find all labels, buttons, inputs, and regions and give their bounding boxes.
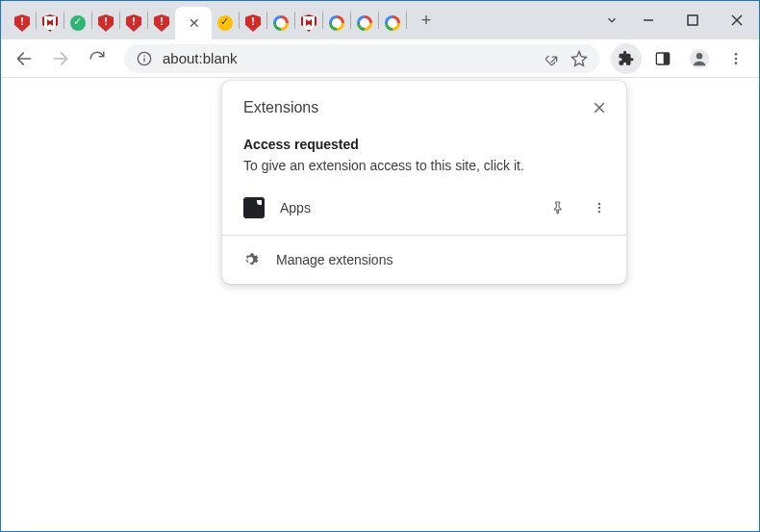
extension-name: Apps: [280, 200, 528, 215]
site-info-button[interactable]: [136, 50, 153, 67]
svg-point-13: [735, 62, 738, 64]
tab-4[interactable]: [92, 10, 119, 37]
chevron-down-icon: [605, 13, 619, 27]
shield-icon: [154, 14, 169, 32]
google-icon: [273, 15, 289, 31]
kebab-icon: [728, 51, 744, 66]
maximize-icon: [687, 14, 698, 26]
address-bar[interactable]: about:blank: [124, 44, 599, 73]
close-tab-icon[interactable]: ✕: [189, 15, 200, 31]
toolbar: about:blank: [1, 39, 759, 78]
close-icon: [593, 101, 606, 114]
svg-point-11: [735, 53, 738, 56]
window-controls: [597, 1, 759, 39]
forward-button[interactable]: [45, 43, 76, 74]
svg-rect-8: [664, 53, 670, 64]
svg-point-16: [598, 203, 600, 205]
svg-rect-1: [688, 15, 697, 25]
tab-8[interactable]: [212, 10, 239, 37]
maximize-button[interactable]: [671, 1, 715, 39]
page-content: Extensions Access requested To give an e…: [1, 78, 759, 531]
pin-icon: [549, 200, 565, 215]
menu-button[interactable]: [721, 43, 751, 74]
popup-section-title: Access requested: [222, 131, 626, 156]
star-icon: [570, 50, 588, 67]
google-icon: [329, 15, 344, 31]
tab-3[interactable]: [64, 10, 91, 37]
google-icon: [385, 15, 400, 31]
new-tab-button[interactable]: +: [413, 7, 440, 34]
tab-2[interactable]: [37, 10, 63, 37]
svg-point-12: [735, 57, 738, 60]
divider: [222, 235, 626, 236]
gear-icon: [243, 251, 261, 268]
minimize-icon: [643, 14, 654, 26]
back-button[interactable]: [9, 43, 39, 74]
shield-icon: [126, 14, 141, 32]
arrow-right-icon: [51, 49, 70, 68]
tab-9[interactable]: [240, 10, 266, 37]
share-icon: [545, 51, 560, 66]
svg-point-6: [143, 55, 145, 57]
tab-14[interactable]: [379, 10, 406, 37]
extensions-button[interactable]: [611, 43, 642, 74]
kebab-icon: [593, 201, 606, 215]
extension-row-apps[interactable]: Apps: [222, 185, 626, 231]
popup-close-button[interactable]: [586, 94, 613, 121]
apps-extension-icon: [243, 197, 265, 218]
manage-extensions-row[interactable]: Manage extensions: [222, 240, 626, 280]
arrow-left-icon: [14, 49, 34, 68]
popup-description: To give an extension access to this site…: [222, 156, 626, 185]
tab-6[interactable]: [148, 10, 175, 37]
info-icon: [137, 51, 152, 66]
mcafee-icon: [42, 14, 58, 32]
profile-button[interactable]: [684, 43, 715, 74]
share-button[interactable]: [544, 50, 561, 67]
popup-header: Extensions: [222, 81, 626, 131]
tab-12[interactable]: [323, 10, 350, 37]
minimize-button[interactable]: [626, 1, 671, 39]
tab-11[interactable]: [295, 10, 322, 37]
tab-5[interactable]: [120, 10, 147, 37]
shield-icon: [245, 14, 261, 32]
popup-title: Extensions: [243, 99, 318, 116]
tab-strip: ✕ +: [1, 1, 440, 39]
svg-point-18: [598, 211, 600, 213]
shield-icon: [14, 14, 30, 32]
profile-icon: [689, 48, 710, 69]
svg-point-17: [598, 207, 600, 209]
reload-button[interactable]: [82, 43, 113, 74]
titlebar: ✕ +: [1, 1, 759, 39]
side-panel-button[interactable]: [647, 43, 678, 74]
url-text: about:blank: [163, 50, 534, 66]
close-icon: [731, 14, 743, 26]
tab-13[interactable]: [351, 10, 378, 37]
svg-point-10: [697, 53, 702, 59]
extensions-popup: Extensions Access requested To give an e…: [222, 81, 626, 284]
puzzle-icon: [618, 50, 635, 67]
tab-active[interactable]: ✕: [175, 7, 212, 39]
sidepanel-icon: [655, 51, 671, 66]
extension-menu-button[interactable]: [586, 194, 613, 221]
pin-extension-button[interactable]: [544, 194, 570, 221]
close-window-button[interactable]: [715, 1, 759, 39]
tab-search-button[interactable]: [597, 1, 626, 39]
tab-10[interactable]: [267, 10, 294, 37]
norton-icon: [70, 15, 86, 31]
mcafee-icon: [301, 14, 317, 32]
check-icon: [217, 15, 233, 31]
google-icon: [357, 15, 372, 31]
reload-icon: [89, 50, 106, 67]
tab-1[interactable]: [9, 10, 36, 37]
bookmark-button[interactable]: [570, 50, 588, 67]
shield-icon: [98, 14, 114, 32]
manage-extensions-label: Manage extensions: [276, 252, 393, 267]
